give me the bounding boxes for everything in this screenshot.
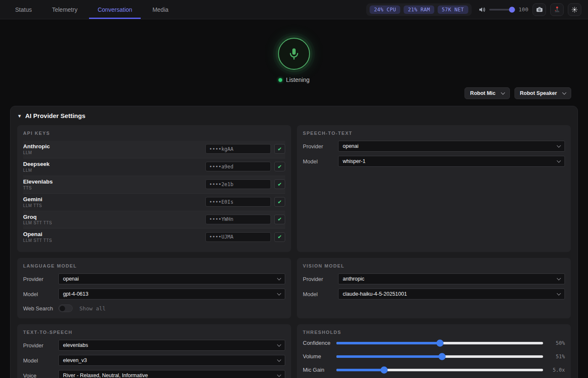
- provider-name: Deepseek: [23, 161, 205, 168]
- mic-gain-slider[interactable]: [336, 369, 543, 371]
- ai-provider-settings-header[interactable]: ▼ AI Provider Settings: [17, 112, 571, 119]
- tab-telemetry[interactable]: Telemetry: [44, 0, 86, 19]
- provider-capabilities: LLM TTS: [23, 203, 205, 208]
- stt-provider-select[interactable]: openai: [338, 141, 565, 152]
- verify-key-button[interactable]: ✔: [274, 232, 285, 242]
- tts-provider-label: Provider: [23, 342, 58, 349]
- provider-capabilities: LLM: [23, 150, 205, 155]
- confidence-label: Confidence: [303, 340, 336, 346]
- brightness-icon: [571, 6, 578, 13]
- volume-threshold-label: Volume: [303, 353, 336, 360]
- llm-model-label: Model: [23, 291, 58, 297]
- api-key-row: Deepseek LLM ✔: [23, 158, 285, 176]
- verify-key-button[interactable]: ✔: [274, 215, 285, 224]
- api-key-row: Gemini LLM TTS ✔: [23, 194, 285, 211]
- stt-model-select[interactable]: whisper-1: [338, 156, 565, 167]
- api-key-input[interactable]: [205, 215, 271, 224]
- web-search-label: Web Search: [23, 305, 58, 312]
- provider-name: Groq: [23, 214, 205, 221]
- system-stats: 24% CPU 21% RAM 57K NET: [366, 3, 471, 16]
- vision-model-select[interactable]: claude-haiku-4-5-20251001: [338, 289, 565, 299]
- api-key-input[interactable]: [205, 179, 271, 189]
- chevron-down-icon: [557, 158, 561, 163]
- verify-key-button[interactable]: ✔: [274, 197, 285, 207]
- confidence-slider[interactable]: [336, 342, 543, 344]
- volume-slider-thumb[interactable]: [509, 7, 515, 13]
- status-text: Listening: [286, 76, 310, 83]
- provider-capabilities: LLM: [23, 168, 205, 173]
- volume-slider[interactable]: [489, 9, 515, 10]
- provider-name: Elevenlabs: [23, 178, 205, 186]
- cpu-badge: 24% CPU: [370, 5, 400, 14]
- volume-threshold-slider[interactable]: [336, 355, 543, 358]
- chevron-down-icon: [277, 373, 281, 377]
- microphone-icon: [287, 47, 301, 61]
- chevron-down-icon: [277, 342, 281, 346]
- listening-status: Listening: [278, 76, 310, 83]
- collapse-caret-icon: ▼: [17, 113, 22, 118]
- vision-model-label: Model: [303, 291, 338, 297]
- web-search-hint: Show all: [79, 305, 106, 312]
- volume-value: 100: [519, 6, 528, 13]
- tts-voice-select[interactable]: River - Relaxed, Neutral, Informative: [58, 370, 285, 378]
- mic-gain-slider-thumb[interactable]: [381, 366, 388, 373]
- tab-status[interactable]: Status: [7, 0, 40, 19]
- provider-name: Anthropic: [23, 143, 205, 150]
- provider-capabilities: LLM STT TTS: [23, 238, 205, 243]
- chevron-down-icon: [557, 276, 561, 280]
- tts-voice-label: Voice: [23, 373, 58, 378]
- vision-provider-value: anthropic: [343, 276, 364, 282]
- provider-name: Gemini: [23, 196, 205, 203]
- web-search-toggle[interactable]: [58, 304, 73, 312]
- checkmark-icon: ✔: [278, 216, 282, 222]
- chevron-down-icon: [557, 143, 561, 147]
- checkmark-icon: ✔: [278, 234, 282, 240]
- microphone-button[interactable]: [278, 38, 310, 70]
- vision-model-panel: VISION MODEL Provider anthropic Model cl…: [297, 258, 571, 318]
- chevron-down-icon: [277, 276, 281, 280]
- llm-provider-value: openai: [63, 276, 79, 282]
- verify-key-button[interactable]: ✔: [274, 144, 285, 154]
- llm-model-select[interactable]: gpt-4-0613: [58, 289, 285, 299]
- robot-mic-select[interactable]: Robot Mic: [465, 87, 509, 99]
- tts-provider-select[interactable]: elevenlabs: [58, 340, 285, 351]
- api-key-input[interactable]: [205, 144, 271, 154]
- brightness-button[interactable]: [568, 3, 581, 16]
- joystick-icon: [554, 6, 561, 13]
- tts-heading: TEXT-TO-SPEECH: [23, 330, 285, 335]
- thresholds-panel: THRESHOLDS Confidence 50% Volume 51%: [297, 324, 571, 378]
- tts-provider-value: elevenlabs: [63, 342, 88, 348]
- camera-button[interactable]: [533, 3, 546, 16]
- api-key-input[interactable]: [205, 162, 271, 171]
- voice-status-area: Listening: [0, 38, 588, 83]
- provider-name: Openai: [23, 231, 205, 238]
- tab-media[interactable]: Media: [144, 0, 177, 19]
- robot-speaker-select[interactable]: Robot Speaker: [514, 87, 571, 99]
- chevron-down-icon: [501, 90, 505, 94]
- language-model-panel: LANGUAGE MODEL Provider openai Model gpt…: [17, 258, 291, 318]
- tts-voice-value: River - Relaxed, Neutral, Informative: [63, 373, 148, 378]
- robot-speaker-label: Robot Speaker: [520, 90, 557, 96]
- nav-right-cluster: 24% CPU 21% RAM 57K NET 100: [366, 0, 581, 19]
- llm-provider-select[interactable]: openai: [58, 273, 285, 284]
- confidence-slider-thumb[interactable]: [436, 339, 444, 346]
- llm-provider-label: Provider: [23, 276, 58, 282]
- stt-model-label: Model: [303, 158, 338, 165]
- top-nav: Status Telemetry Conversation Media 24% …: [0, 0, 588, 19]
- ram-badge: 21% RAM: [404, 5, 434, 14]
- verify-key-button[interactable]: ✔: [274, 162, 285, 171]
- api-key-input[interactable]: [205, 197, 271, 207]
- camera-icon: [536, 6, 543, 13]
- volume-threshold-slider-thumb[interactable]: [438, 353, 446, 360]
- checkmark-icon: ✔: [278, 164, 282, 170]
- verify-key-button[interactable]: ✔: [274, 179, 285, 189]
- tts-model-label: Model: [23, 357, 58, 364]
- api-key-input[interactable]: [205, 232, 271, 242]
- chevron-down-icon: [277, 291, 281, 295]
- tab-conversation[interactable]: Conversation: [89, 0, 141, 19]
- vision-provider-select[interactable]: anthropic: [338, 273, 565, 284]
- tts-model-select[interactable]: eleven_v3: [58, 355, 285, 366]
- chevron-down-icon: [562, 90, 567, 94]
- joystick-button[interactable]: [550, 3, 564, 16]
- volume-threshold-value: 51%: [549, 354, 565, 360]
